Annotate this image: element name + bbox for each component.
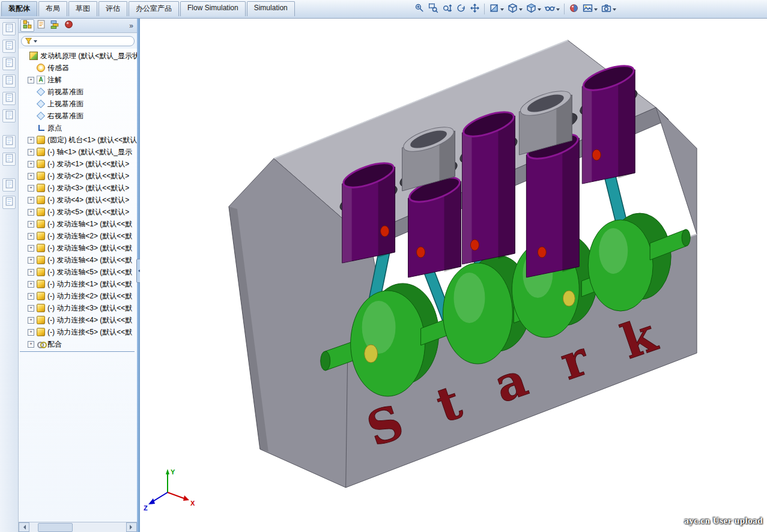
- side-tool-4-button[interactable]: [2, 74, 16, 88]
- side-tool-3-button[interactable]: [2, 57, 16, 70]
- tree-item[interactable]: +(-) 发动<4> (默认<<默认>: [19, 194, 137, 206]
- expand-icon[interactable]: +: [28, 233, 34, 240]
- side-tool-7-button[interactable]: [2, 135, 16, 148]
- tree-item[interactable]: +(固定) 机台<1> (默认<<默认: [19, 134, 137, 146]
- expand-icon[interactable]: +: [28, 329, 34, 336]
- tree-item[interactable]: +(-) 发动<5> (默认<<默认>: [19, 206, 137, 218]
- command-tab[interactable]: 布局: [38, 1, 67, 16]
- expand-icon[interactable]: +: [28, 257, 34, 264]
- expand-icon[interactable]: +: [28, 149, 34, 156]
- propertymanager-tab[interactable]: [34, 19, 48, 32]
- pan-button[interactable]: [468, 2, 482, 16]
- expand-icon[interactable]: +: [28, 137, 34, 144]
- command-tab[interactable]: 草图: [68, 1, 97, 16]
- expand-icon[interactable]: +: [28, 245, 34, 252]
- expand-icon[interactable]: +: [28, 341, 34, 348]
- tree-item[interactable]: +(-) 发动连轴<3> (默认<<默: [19, 242, 137, 254]
- tree-item[interactable]: +配合: [19, 338, 137, 350]
- side-tool-10-button[interactable]: [2, 196, 16, 209]
- tree-item[interactable]: +(-) 发动连轴<4> (默认<<默: [19, 254, 137, 266]
- tree-item[interactable]: 发动机原理 (默认<默认_显示状: [19, 50, 137, 62]
- part-icon: [37, 232, 45, 240]
- expand-spacer: [28, 89, 34, 95]
- configurationmanager-tab[interactable]: [48, 19, 62, 32]
- zoom-area-button[interactable]: [426, 2, 440, 16]
- tree-item[interactable]: 前视基准面: [19, 86, 137, 98]
- tree-item[interactable]: +(-) 动力连接<3> (默认<<默: [19, 302, 137, 314]
- tree-item[interactable]: +(-) 发动连轴<1> (默认<<默: [19, 218, 137, 230]
- expand-spacer: [20, 53, 27, 59]
- hide-show-items-button[interactable]: [543, 2, 562, 16]
- engine-assembly-model[interactable]: Stark: [140, 19, 767, 532]
- side-tool-5-button[interactable]: [2, 92, 16, 105]
- side-tool-1-button[interactable]: [2, 22, 16, 35]
- panel-overflow-chevron[interactable]: »: [127, 22, 135, 30]
- tree-item[interactable]: 上视基准面: [19, 98, 137, 110]
- tree-item[interactable]: 右视基准面: [19, 110, 137, 122]
- expand-icon[interactable]: +: [28, 269, 34, 276]
- tree-item[interactable]: 传感器: [19, 62, 137, 74]
- view-settings-button[interactable]: [599, 2, 618, 16]
- tree-item[interactable]: +(-) 动力连接<5> (默认<<默: [19, 326, 137, 338]
- scroll-left-button[interactable]: [19, 522, 29, 532]
- expand-icon[interactable]: +: [28, 305, 34, 312]
- apply-scene-button[interactable]: [581, 2, 599, 16]
- piston-4[interactable]: [525, 129, 581, 277]
- display-style-button[interactable]: [524, 2, 543, 16]
- tree-item-label: 右视基准面: [47, 111, 83, 121]
- expand-icon[interactable]: +: [28, 185, 34, 192]
- part-icon: [37, 280, 45, 288]
- view-orientation-button[interactable]: [506, 2, 524, 16]
- side-tool-2-button[interactable]: [2, 40, 16, 53]
- wrist-pin: [417, 247, 425, 258]
- tree-item[interactable]: +(-) 发动<1> (默认<<默认>: [19, 158, 137, 170]
- expand-icon[interactable]: +: [28, 197, 34, 204]
- side-tool-6-button[interactable]: [2, 109, 16, 122]
- scrollbar-thumb[interactable]: [38, 523, 73, 532]
- tree-item[interactable]: +(-) 动力连接<4> (默认<<默: [19, 314, 137, 326]
- expand-icon[interactable]: +: [28, 281, 34, 288]
- piston-5[interactable]: [581, 61, 637, 184]
- tree-item[interactable]: +(-) 动力连接<2> (默认<<默: [19, 290, 137, 302]
- command-tab[interactable]: 评估: [99, 1, 127, 16]
- side-tool-8-button[interactable]: [2, 153, 16, 166]
- expand-icon[interactable]: +: [28, 77, 34, 83]
- side-tool-9-button[interactable]: [2, 178, 16, 192]
- tree-item[interactable]: +(-) 动力连接<1> (默认<<默: [19, 278, 137, 290]
- zoom-in-out-button[interactable]: [440, 2, 454, 16]
- featuremanager-tab[interactable]: [20, 19, 34, 32]
- tree-item[interactable]: +A注解: [19, 74, 137, 86]
- tree-item[interactable]: +(-) 发动连轴<2> (默认<<默: [19, 230, 137, 242]
- viewport-3d[interactable]: Stark: [140, 19, 767, 532]
- command-tab[interactable]: Flow Simulation: [180, 1, 246, 16]
- wrist-pin: [470, 240, 479, 250]
- command-tab[interactable]: Simulation: [247, 1, 295, 16]
- command-tab[interactable]: 装配体: [1, 1, 37, 16]
- expand-icon[interactable]: +: [28, 221, 34, 228]
- tree-item-label: (-) 发动连轴<1> (默认<<默: [47, 219, 132, 229]
- displaymanager-tab[interactable]: [62, 19, 76, 32]
- command-tab[interactable]: 办公室产品: [129, 1, 179, 16]
- expand-icon[interactable]: +: [28, 317, 34, 324]
- part-icon: [37, 244, 45, 252]
- tree-filter-dropdown[interactable]: [21, 36, 135, 46]
- expand-spacer: [28, 101, 34, 107]
- piston-3[interactable]: [461, 107, 517, 264]
- mates-icon: [37, 340, 45, 348]
- tree-item[interactable]: +(-) 轴<1> (默认<默认_显示: [19, 146, 137, 158]
- tree-item[interactable]: +(-) 发动<2> (默认<<默认>: [19, 170, 137, 182]
- expand-icon[interactable]: +: [28, 173, 34, 180]
- edit-appearance-button[interactable]: [567, 2, 581, 16]
- rotate-view-button[interactable]: [454, 2, 468, 16]
- expand-icon[interactable]: +: [28, 209, 34, 216]
- tree-item[interactable]: +(-) 发动连轴<5> (默认<<默: [19, 266, 137, 278]
- section-view-icon: [489, 3, 499, 16]
- section-view-button[interactable]: [487, 2, 506, 16]
- scroll-right-button[interactable]: [126, 522, 137, 532]
- tree-item[interactable]: 原点: [19, 122, 137, 134]
- expand-icon[interactable]: +: [28, 293, 34, 300]
- zoom-to-fit-button[interactable]: [413, 2, 426, 16]
- expand-icon[interactable]: +: [28, 161, 34, 168]
- tree-item[interactable]: +(-) 发动<3> (默认<<默认>: [19, 182, 137, 194]
- scrollbar-track[interactable]: [29, 523, 126, 531]
